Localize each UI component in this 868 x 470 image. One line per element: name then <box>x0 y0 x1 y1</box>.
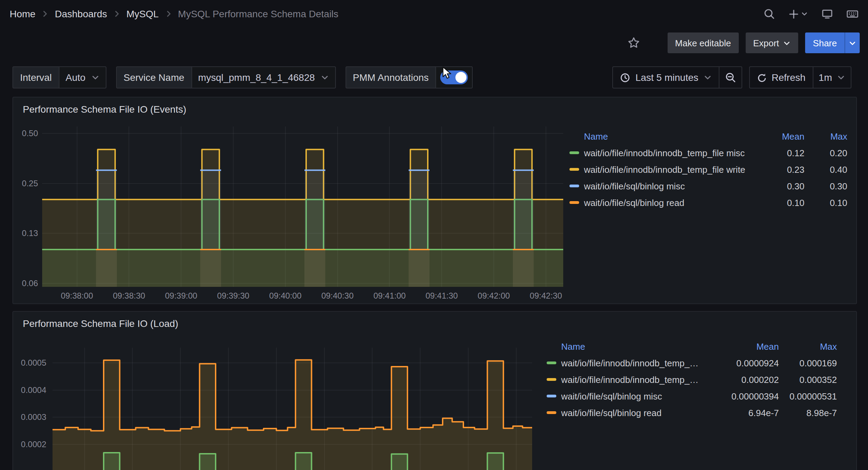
chevron-down-icon <box>849 39 856 47</box>
refresh-interval-value: 1m <box>819 72 832 83</box>
panel-performance-schema-file-io-events: Performance Schema File IO (Events) 0.50… <box>12 97 857 304</box>
legend-series-swatch[interactable] <box>547 411 556 414</box>
legend-series-name[interactable]: wait/io/file/innodb/innodb_temp_file wri… <box>584 164 745 175</box>
legend-max-value: 0.000169 <box>779 358 837 368</box>
legend-series[interactable]: wait/io/file/sql/binlog read <box>547 407 699 418</box>
nav-actions <box>764 8 858 19</box>
panel-title[interactable]: Performance Schema File IO (Load) <box>13 312 178 329</box>
legend-row: wait/io/file/innodb/innodb_temp_file mis… <box>547 355 837 371</box>
legend-series-swatch[interactable] <box>569 201 579 204</box>
export-button[interactable]: Export <box>745 32 798 53</box>
legend-series-name[interactable]: wait/io/file/innodb/innodb_temp_file mis… <box>584 148 745 158</box>
series-group <box>42 150 563 287</box>
legend-series-name[interactable]: wait/io/file/sql/binlog read <box>584 197 685 208</box>
kiosk-mode-button[interactable] <box>822 8 833 19</box>
svg-text:09:39:30: 09:39:30 <box>217 291 249 300</box>
top-nav: Home Dashboards MySQL MySQL Performance … <box>0 0 868 28</box>
panel-performance-schema-file-io-load: Performance Schema File IO (Load) 0.0005… <box>12 311 857 470</box>
svg-text:0.0004: 0.0004 <box>21 385 46 395</box>
legend-series-swatch[interactable] <box>569 151 579 154</box>
legend-mean-value: 0.000202 <box>699 374 779 385</box>
legend-sort-name[interactable]: Name <box>547 341 699 351</box>
legend-sort-name[interactable]: Name <box>569 131 752 141</box>
svg-text:0.06: 0.06 <box>22 279 38 288</box>
toggle-knob <box>456 72 467 83</box>
svg-text:09:41:30: 09:41:30 <box>425 291 457 300</box>
time-range-picker[interactable]: Last 5 minutes <box>613 66 719 88</box>
svg-text:0.0003: 0.0003 <box>21 412 46 422</box>
refresh-icon <box>756 72 767 83</box>
pmm-annotations-label: PMM Annotations <box>345 66 435 88</box>
breadcrumb: Home Dashboards MySQL MySQL Performance … <box>10 8 338 19</box>
legend-series[interactable]: wait/io/file/innodb/innodb_temp_file mis… <box>569 148 752 158</box>
legend-series[interactable]: wait/io/file/innodb/innodb_temp_file wri… <box>569 164 752 175</box>
svg-text:09:40:30: 09:40:30 <box>321 291 353 300</box>
legend-max-value: 8.98e-7 <box>779 407 837 418</box>
breadcrumb-mysql[interactable]: MySQL <box>126 8 159 19</box>
share-split-button: Share <box>805 32 860 53</box>
series-fill <box>96 250 117 287</box>
legend-series-name[interactable]: wait/io/file/innodb/innodb_temp_file mis… <box>561 358 699 368</box>
refresh-label: Refresh <box>772 72 805 83</box>
legend-row: wait/io/file/sql/binlog misc0.000003940.… <box>547 388 837 404</box>
legend-series[interactable]: wait/io/file/sql/binlog misc <box>569 181 752 191</box>
share-button[interactable]: Share <box>805 32 845 53</box>
interval-control: Interval Auto <box>12 66 106 88</box>
legend-row: wait/io/file/innodb/innodb_temp_file wri… <box>569 161 847 178</box>
legend-sort-mean[interactable]: Mean <box>699 341 779 351</box>
legend-mean-value: 0.00000394 <box>699 391 779 401</box>
legend-series[interactable]: wait/io/file/innodb/innodb_temp_file mis… <box>547 358 699 368</box>
legend-series[interactable]: wait/io/file/sql/binlog misc <box>547 391 699 401</box>
variable-controls: Interval Auto Service Name mysql_pmm_8_4… <box>12 66 473 88</box>
legend-series-name[interactable]: wait/io/file/sql/binlog misc <box>584 181 685 191</box>
legend-series-swatch[interactable] <box>569 185 579 187</box>
legend-max-value: 0.10 <box>804 197 847 208</box>
legend-series-swatch[interactable] <box>547 395 556 397</box>
legend-header-row: NameMeanMax <box>569 128 847 144</box>
dashboard-controls: Interval Auto Service Name mysql_pmm_8_4… <box>0 66 868 88</box>
clock-icon <box>620 72 631 83</box>
legend-series-swatch[interactable] <box>547 361 556 364</box>
pmm-annotations-control: PMM Annotations <box>345 66 473 88</box>
favorite-star-button[interactable] <box>628 37 640 49</box>
legend-series[interactable]: wait/io/file/innodb/innodb_temp_file wri… <box>547 374 699 385</box>
toggle-switch-on[interactable] <box>441 70 468 84</box>
panel-title[interactable]: Performance Schema File IO (Events) <box>13 97 186 115</box>
legend-series[interactable]: wait/io/file/sql/binlog read <box>569 197 752 208</box>
legend-sort-max[interactable]: Max <box>804 131 847 141</box>
search-button[interactable] <box>764 8 775 19</box>
svg-text:09:42:30: 09:42:30 <box>530 291 562 300</box>
keyboard-shortcuts-button[interactable] <box>847 8 858 19</box>
breadcrumb-dashboards[interactable]: Dashboards <box>55 8 107 19</box>
plus-icon <box>789 9 799 19</box>
legend-series-name[interactable]: wait/io/file/sql/binlog misc <box>561 391 662 401</box>
service-name-select[interactable]: mysql_pmm_8_4_1_46828 <box>191 66 336 88</box>
chevron-right-icon <box>113 10 121 18</box>
export-label: Export <box>753 38 779 48</box>
legend-table: NameMeanMaxwait/io/file/innodb/innodb_te… <box>569 128 847 211</box>
interval-select[interactable]: Auto <box>59 66 106 88</box>
chevron-down-icon <box>801 10 808 17</box>
legend-series-swatch[interactable] <box>569 168 579 171</box>
legend-header-row: NameMeanMax <box>547 338 837 355</box>
svg-text:0.50: 0.50 <box>22 129 38 138</box>
refresh-interval-select[interactable]: 1m <box>813 66 851 88</box>
zoom-out-button[interactable] <box>719 66 742 88</box>
svg-text:0.0005: 0.0005 <box>21 358 46 367</box>
zoom-out-icon <box>725 72 736 83</box>
chevron-down-icon <box>91 73 99 82</box>
share-menu-button[interactable] <box>845 32 860 53</box>
refresh-button[interactable]: Refresh <box>749 66 813 88</box>
add-panel-button[interactable] <box>789 9 808 19</box>
breadcrumb-current: MySQL Performance Schema Details <box>178 8 338 19</box>
legend-series-name[interactable]: wait/io/file/innodb/innodb_temp_file wri… <box>561 374 699 385</box>
legend-mean-value: 0.12 <box>752 148 804 158</box>
pmm-annotations-toggle[interactable] <box>436 66 473 88</box>
legend-sort-max[interactable]: Max <box>779 341 837 351</box>
chevron-right-icon <box>41 10 49 18</box>
legend-series-swatch[interactable] <box>547 378 556 381</box>
breadcrumb-home[interactable]: Home <box>10 8 36 19</box>
legend-series-name[interactable]: wait/io/file/sql/binlog read <box>561 407 662 418</box>
make-editable-button[interactable]: Make editable <box>668 32 739 53</box>
legend-sort-mean[interactable]: Mean <box>752 131 804 141</box>
